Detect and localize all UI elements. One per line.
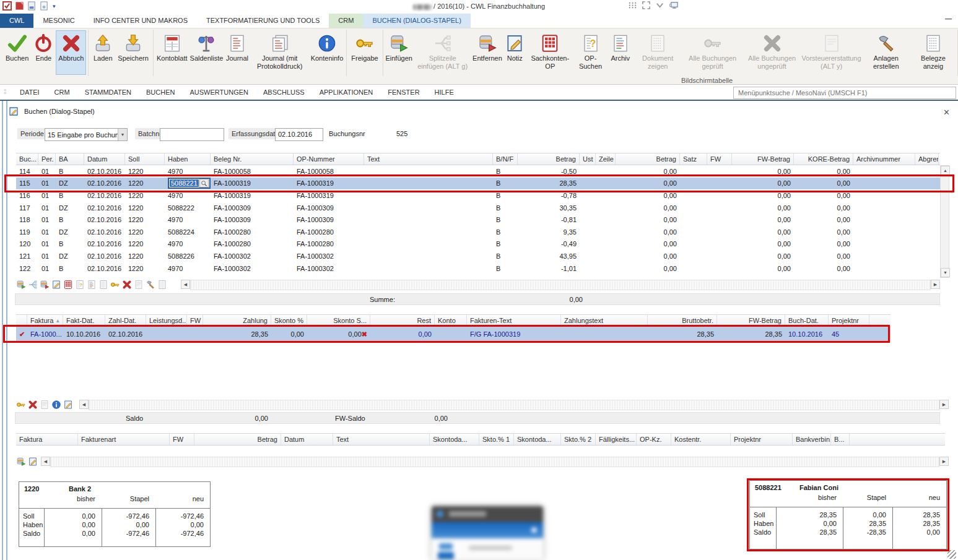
table-row[interactable]: 11401B02.10.201612204970FA-1000058FA-100… bbox=[16, 165, 940, 178]
disksgreen-icon[interactable] bbox=[16, 280, 26, 290]
column-header-op-nummer[interactable]: OP-Nummer bbox=[294, 153, 364, 165]
ribbon-saldenliste[interactable]: Saldenliste bbox=[189, 30, 225, 75]
batchnr-input[interactable] bbox=[160, 128, 224, 141]
scroll-up-icon[interactable]: ▲ bbox=[941, 166, 950, 175]
column-header-betrag[interactable]: Betrag bbox=[616, 153, 680, 165]
table-row[interactable]: 12201B02.10.201612204970FA-1000302FA-100… bbox=[16, 262, 940, 275]
column-header-text[interactable]: Text bbox=[364, 153, 493, 165]
column-header-konto[interactable]: Konto bbox=[435, 315, 467, 326]
column-header-per[interactable]: Per. bbox=[38, 153, 56, 165]
column-header-datum[interactable]: Datum bbox=[281, 434, 333, 445]
column-header-fälligkeits[interactable]: Fälligkeits... bbox=[596, 434, 637, 445]
column-header-zahl-dat[interactable]: Zahl-Dat. bbox=[105, 315, 146, 326]
chevron-down-icon[interactable] bbox=[655, 1, 664, 10]
menu-applikationen[interactable]: APPLIKATIONEN bbox=[312, 85, 381, 99]
scroll-left-icon[interactable]: ◀ bbox=[79, 400, 89, 409]
column-header-fw-betrag[interactable]: FW-Betrag bbox=[717, 315, 785, 326]
ribbon-notiz[interactable]: Notiz bbox=[502, 30, 527, 75]
menu-crm[interactable]: CRM bbox=[47, 85, 77, 99]
column-header-fakturenart[interactable]: Fakturenart bbox=[78, 434, 170, 445]
column-header-betrag[interactable]: Betrag bbox=[518, 153, 580, 165]
key-icon[interactable] bbox=[16, 400, 26, 410]
column-header-buch-dat[interactable]: Buch-Dat. bbox=[785, 315, 829, 326]
table-row[interactable]: 11901DZ02.10.201612205088224FA-1000280FA… bbox=[16, 226, 940, 238]
column-header-fw[interactable]: FW bbox=[707, 153, 732, 165]
booking-table-vscrollbar[interactable]: ▲ ▼ bbox=[940, 165, 949, 278]
menu-fenster[interactable]: FENSTER bbox=[380, 85, 427, 99]
column-header-check[interactable] bbox=[16, 315, 27, 326]
column-header-skto-1[interactable]: Skto.% 1 bbox=[479, 434, 514, 445]
notiz-icon[interactable] bbox=[63, 400, 73, 410]
ribbon-laden[interactable]: Laden bbox=[90, 30, 115, 75]
ribbon-buchen[interactable]: Buchen bbox=[3, 30, 31, 75]
column-header-fakt-dat[interactable]: Fakt-Dat. bbox=[63, 315, 105, 326]
disksgreen-icon[interactable] bbox=[16, 457, 26, 467]
column-header-archivnummer[interactable]: Archivnummer bbox=[853, 153, 915, 165]
menu-buchen[interactable]: BUCHEN bbox=[139, 85, 182, 99]
column-header-skonto[interactable]: Skonto % bbox=[271, 315, 307, 326]
column-header-bankverbin[interactable]: Bankverbin... bbox=[793, 434, 831, 445]
ribbon-speichern[interactable]: Speichern bbox=[115, 30, 151, 75]
table-row[interactable]: 12001B02.10.201612204970FA-1000280FA-100… bbox=[16, 238, 940, 251]
scroll-left-icon[interactable]: ◀ bbox=[181, 280, 190, 289]
docplain-icon[interactable] bbox=[40, 400, 50, 410]
docplain-icon[interactable] bbox=[134, 280, 144, 290]
tab-buchen-dialog-stapel[interactable]: BUCHEN (DIALOG-STAPEL) bbox=[363, 14, 470, 28]
table-row[interactable]: 11601B02.10.201612204970FA-1000319FA-100… bbox=[16, 189, 940, 202]
minimize-button[interactable]: — bbox=[945, 15, 952, 22]
column-header-datum[interactable]: Datum bbox=[84, 153, 125, 165]
column-header-ust[interactable]: Ust bbox=[580, 153, 596, 165]
menu-search-input[interactable] bbox=[733, 87, 956, 99]
ribbon-einfügen[interactable]: Einfügen bbox=[385, 30, 413, 75]
column-header-faktura[interactable]: Faktura bbox=[16, 434, 78, 445]
column-header-kore-betrag[interactable]: KORE-Betrag bbox=[794, 153, 853, 165]
tab-mesonic[interactable]: MESONIC bbox=[33, 14, 84, 28]
haben-edit-input[interactable]: 5088221 bbox=[168, 178, 211, 189]
ribbon-kontoblatt[interactable]: Kontoblatt bbox=[155, 30, 189, 75]
tab-cwl[interactable]: CWL bbox=[0, 14, 33, 28]
notiz-icon[interactable] bbox=[28, 457, 38, 467]
scroll-right-icon[interactable]: ▶ bbox=[939, 457, 949, 466]
menu-hilfe[interactable]: HILFE bbox=[427, 85, 461, 99]
resize-grip[interactable] bbox=[947, 550, 956, 559]
column-header-skontoda[interactable]: Skontoda... bbox=[514, 434, 561, 445]
erfassungsdat-input[interactable]: 02.10.2016 bbox=[275, 128, 323, 141]
column-header-fw[interactable]: FW bbox=[170, 434, 194, 445]
column-header-leistungsd[interactable]: Leistungsd... bbox=[146, 315, 187, 326]
expand-icon[interactable] bbox=[642, 1, 651, 10]
table-row[interactable]: 11501DZ02.10.201612205088221FA-1000319FA… bbox=[16, 178, 940, 190]
tab-crm[interactable]: CRM bbox=[329, 14, 363, 28]
ribbon-entfernen[interactable]: Entfernen bbox=[472, 30, 503, 75]
scroll-down-icon[interactable]: ▼ bbox=[941, 268, 950, 277]
periode-select[interactable]: 15 Eingabe pro Buchung ▼ bbox=[45, 128, 128, 141]
archiv-icon[interactable] bbox=[87, 280, 97, 290]
column-header-satz[interactable]: Satz bbox=[680, 153, 707, 165]
xred-icon[interactable] bbox=[122, 280, 132, 290]
column-header-projektnr[interactable]: Projektnr bbox=[829, 315, 869, 326]
table-row[interactable]: 11801B02.10.201612204970FA-1000309FA-100… bbox=[16, 213, 940, 226]
scroll-left-icon[interactable]: ◀ bbox=[41, 457, 50, 466]
menu-stammdaten[interactable]: STAMMDATEN bbox=[77, 85, 139, 99]
column-header-zahlung[interactable]: Zahlung bbox=[203, 315, 271, 326]
column-header-fakturen-text[interactable]: Fakturen-Text bbox=[467, 315, 561, 326]
grid-icon[interactable] bbox=[628, 1, 637, 10]
ribbon-op-suchen[interactable]: ?OP-Suchen bbox=[573, 30, 607, 75]
column-header-b[interactable]: B... bbox=[831, 434, 850, 445]
combo-arrow-icon[interactable]: ▼ bbox=[118, 129, 127, 140]
docgrid-icon[interactable] bbox=[98, 280, 108, 290]
xred-icon[interactable] bbox=[28, 400, 38, 410]
column-header-skto-2[interactable]: Skto.% 2 bbox=[561, 434, 596, 445]
menu-auswertungen[interactable]: AUSWERTUNGEN bbox=[182, 85, 256, 99]
split-icon[interactable] bbox=[28, 280, 38, 290]
ribbon-journal-mit-protokolldruck[interactable]: Journal (mit Protokolldruck) bbox=[250, 30, 310, 75]
redgrid-icon[interactable] bbox=[63, 280, 73, 290]
column-header-text[interactable]: Text bbox=[333, 434, 430, 445]
column-header-abgrenzu[interactable]: Abgrenzu bbox=[915, 153, 939, 165]
lookup-magnifier-icon[interactable] bbox=[199, 179, 209, 187]
ribbon-anlagen-erstellen[interactable]: Anlagen erstellen bbox=[861, 30, 911, 75]
ribbon-archiv[interactable]: Archiv bbox=[608, 30, 633, 75]
table-row[interactable]: ✔FA-1000...10.10.201602.10.201628,350,00… bbox=[16, 327, 891, 342]
menu-datei[interactable]: DATEI bbox=[12, 85, 47, 99]
column-header-zahlungstext[interactable]: Zahlungstext bbox=[561, 315, 648, 326]
tab-info-center-und-makros[interactable]: INFO CENTER UND MAKROS bbox=[84, 14, 197, 28]
